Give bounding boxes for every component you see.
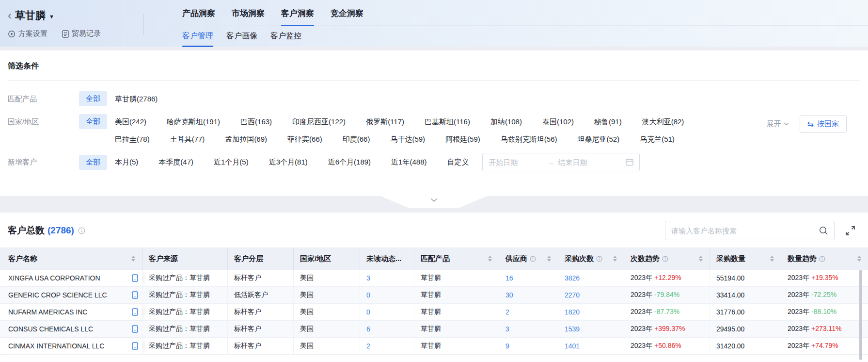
purchase-count-link[interactable]: 1820 <box>565 308 580 316</box>
unread-link[interactable]: 0 <box>366 308 370 316</box>
customer-name[interactable]: NUFARM AMERICAS INC <box>8 308 87 316</box>
primary-tab[interactable]: 市场洞察 <box>232 8 265 25</box>
primary-tab[interactable]: 竞企洞察 <box>331 8 363 25</box>
country-filter-item[interactable]: 巴拉圭(78) <box>115 135 150 144</box>
country-filter-item[interactable]: 孟加拉国(69) <box>225 135 267 144</box>
country-filter-item[interactable]: 阿根廷(59) <box>445 135 480 144</box>
back-icon[interactable]: ‹ <box>8 11 12 20</box>
country-cell: 美国 <box>294 338 360 355</box>
trend-cell: 2023年 -87.73% <box>624 304 710 321</box>
suppliers-link[interactable]: 3 <box>505 325 509 333</box>
secondary-tabs: 客户管理客户画像客户监控 <box>160 26 868 47</box>
new-customer-filter-item[interactable]: 本月(5) <box>115 158 138 167</box>
sort-icon[interactable] <box>488 256 492 262</box>
start-date-input[interactable] <box>489 158 543 166</box>
country-filter-item[interactable]: 印度尼西亚(122) <box>292 117 346 127</box>
vertical-scrollbar[interactable] <box>859 270 862 360</box>
sort-icon[interactable] <box>699 256 703 262</box>
product-filter-item[interactable]: 草甘膦(2786) <box>115 95 158 104</box>
by-country-button[interactable]: ⇆ 按国家 <box>800 115 847 133</box>
new-customer-filter-item[interactable]: 近3个月(81) <box>269 158 308 167</box>
contact-phone-icon[interactable] <box>132 274 138 282</box>
filter-country-all-chip[interactable]: 全部 <box>79 114 107 129</box>
info-icon <box>819 256 825 262</box>
contact-phone-icon[interactable] <box>132 308 138 316</box>
purchase-count-link[interactable]: 2270 <box>565 291 580 299</box>
suppliers-link[interactable]: 9 <box>505 342 509 350</box>
collapse-filters-handle[interactable] <box>380 196 487 208</box>
column-header: 匹配产品 <box>414 247 499 270</box>
primary-tab[interactable]: 产品洞察 <box>182 8 215 25</box>
fullscreen-icon[interactable] <box>845 226 855 236</box>
expand-link[interactable]: 展开 <box>767 119 789 129</box>
secondary-tab[interactable]: 客户画像 <box>226 31 257 47</box>
end-date-input[interactable] <box>558 158 612 166</box>
search-icon[interactable] <box>819 226 828 235</box>
column-header: 客户名称 <box>0 247 142 270</box>
customer-search-input[interactable] <box>671 227 819 235</box>
scheme-settings-link[interactable]: 方案设置 <box>8 29 47 38</box>
product-dropdown-icon[interactable]: ▼ <box>49 14 54 19</box>
country-filter-item[interactable]: 俄罗斯(117) <box>366 117 404 127</box>
secondary-tab[interactable]: 客户监控 <box>270 31 301 47</box>
country-filter-item[interactable]: 乌兹别克斯坦(56) <box>501 135 557 144</box>
customer-name[interactable]: CINMAX INTERNATIONAL LLC <box>8 342 104 350</box>
date-range-picker[interactable]: → <box>482 153 640 171</box>
purchase-count-link[interactable]: 3826 <box>565 274 580 282</box>
filter-country-line2: 巴拉圭(78)土耳其(77)孟加拉国(69)菲律宾(66)印度(66)乌干达(5… <box>115 132 767 144</box>
customers-panel: 客户总数 (2786) 客户名称客户来源客户分层国家/地区未读动态...匹配产品… <box>0 213 868 362</box>
filter-newcust-all-chip[interactable]: 全部 <box>79 155 107 170</box>
country-filter-item[interactable]: 土耳其(77) <box>170 135 205 144</box>
country-filter-item[interactable]: 澳大利亚(82) <box>642 117 684 127</box>
customer-name[interactable]: GENERIC CROP SCIENCE LLC <box>8 291 107 299</box>
unread-cell: 0 <box>360 304 414 321</box>
secondary-tab[interactable]: 客户管理 <box>182 31 213 47</box>
country-filter-item[interactable]: 菲律宾(66) <box>287 135 322 144</box>
filter-product-all-chip[interactable]: 全部 <box>79 91 107 106</box>
unread-link[interactable]: 2 <box>366 342 370 350</box>
purchase-count-link[interactable]: 1401 <box>565 342 580 350</box>
new-customer-filter-item[interactable]: 近1年(488) <box>391 158 426 167</box>
country-filter-item[interactable]: 乌克兰(51) <box>640 135 675 144</box>
country-filter-item[interactable]: 印度(66) <box>343 135 370 144</box>
trend-year: 2023年 <box>631 274 654 281</box>
trade-records-label: 贸易记录 <box>72 29 101 38</box>
trend-value: +74.79% <box>811 342 838 349</box>
purchase-count-link[interactable]: 1539 <box>565 325 580 333</box>
country-filter-item[interactable]: 乌干达(59) <box>390 135 425 144</box>
unread-link[interactable]: 0 <box>366 291 370 299</box>
country-filter-item[interactable]: 巴基斯坦(116) <box>425 117 470 127</box>
column-header: 客户来源 <box>142 247 228 270</box>
sort-icon[interactable] <box>547 256 551 262</box>
quantity-cell: 33414.00 <box>710 287 781 304</box>
new-customer-filter-item[interactable]: 近1个月(5) <box>214 158 249 167</box>
sort-icon[interactable] <box>857 256 861 262</box>
sort-icon[interactable] <box>613 256 617 262</box>
sort-icon[interactable] <box>770 256 774 262</box>
country-filter-item[interactable]: 哈萨克斯坦(191) <box>167 117 220 127</box>
unread-link[interactable]: 3 <box>366 274 370 282</box>
contact-phone-icon[interactable] <box>132 342 138 350</box>
country-filter-item[interactable]: 巴西(163) <box>240 117 272 127</box>
new-customer-filter-item[interactable]: 本季度(47) <box>158 158 193 167</box>
customer-name[interactable]: XINGFA USA CORPORATION <box>8 274 100 282</box>
column-header-label: 匹配产品 <box>421 254 450 263</box>
country-filter-item[interactable]: 坦桑尼亚(52) <box>578 135 620 144</box>
filter-row-product: 匹配产品 全部 草甘膦(2786) <box>8 91 860 106</box>
primary-tab[interactable]: 客户洞察 <box>281 8 314 25</box>
country-filter-item[interactable]: 加纳(108) <box>490 117 522 127</box>
suppliers-link[interactable]: 2 <box>505 308 509 316</box>
country-filter-item[interactable]: 泰国(102) <box>542 117 574 127</box>
country-filter-item[interactable]: 秘鲁(91) <box>594 117 622 127</box>
customer-name[interactable]: CONSUS CHEMICALS LLC <box>8 325 93 333</box>
trade-records-link[interactable]: 贸易记录 <box>62 29 101 38</box>
contact-phone-icon[interactable] <box>132 291 138 299</box>
suppliers-link[interactable]: 30 <box>505 291 513 299</box>
sort-icon[interactable] <box>131 256 135 262</box>
unread-link[interactable]: 6 <box>366 325 370 333</box>
contact-phone-icon[interactable] <box>132 325 138 333</box>
new-customer-filter-item[interactable]: 近6个月(189) <box>328 158 371 167</box>
country-filter-item[interactable]: 美国(242) <box>115 117 146 127</box>
suppliers-link[interactable]: 16 <box>505 274 513 282</box>
custom-range-option[interactable]: 自定义 <box>447 158 469 167</box>
